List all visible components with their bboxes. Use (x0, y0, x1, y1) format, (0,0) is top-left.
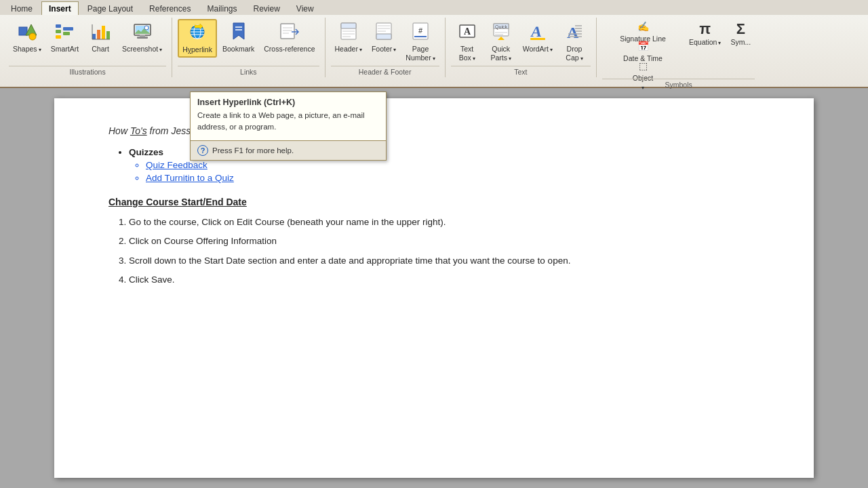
datetime-button[interactable]: 📅 Date & Time (602, 39, 684, 58)
svg-rect-3 (56, 24, 61, 28)
textbox-icon: A (458, 22, 476, 43)
svg-rect-17 (140, 35, 145, 37)
tab-references[interactable]: References (142, 1, 198, 15)
help-icon: ? (197, 145, 208, 156)
svg-rect-4 (56, 30, 61, 33)
ribbon-content: Shapes▾ SmartArt (0, 15, 868, 87)
chart-button[interactable]: Chart (84, 19, 117, 56)
tooltip-help: ? Press F1 for more help. (191, 140, 386, 160)
equation-button[interactable]: π Equation▾ (685, 19, 725, 49)
svg-text:A: A (464, 26, 471, 37)
quizzes-label: Quizzes (129, 147, 163, 157)
steps-list: Go to the course, Click on Edit Course (… (129, 216, 760, 287)
textbox-label: TextBox▾ (459, 45, 475, 62)
smartart-button[interactable]: SmartArt (47, 19, 83, 56)
quickparts-label: QuickParts▾ (490, 45, 511, 62)
object-button[interactable]: ⬚ Object ▾ (602, 58, 684, 77)
signatureline-button[interactable]: ✍ Signature Line ▾ (602, 19, 684, 38)
smartart-icon (55, 22, 74, 43)
add-turnitin-link[interactable]: Add Turnitin to a Quiz (146, 173, 760, 183)
crossreference-label: Cross-reference (264, 45, 315, 54)
group-symbols: ✍ Signature Line ▾ 📅 Date & Time ⬚ Objec… (597, 18, 760, 77)
wordart-icon: A (529, 22, 547, 43)
symbols-buttons: ✍ Signature Line ▾ 📅 Date & Time ⬚ Objec… (602, 18, 755, 77)
document-area: How To's from Jessica's Emails Quizzes Q… (0, 88, 868, 488)
crossreference-button[interactable]: Cross-reference (260, 19, 319, 56)
symbol-label: Sym... (730, 38, 751, 47)
header-footer-group-label: Header & Footer (331, 66, 439, 77)
svg-rect-11 (106, 31, 110, 39)
dropcap-button[interactable]: A DropCap▾ (558, 19, 591, 64)
text-group-label: Text (451, 66, 591, 77)
tab-page-layout[interactable]: Page Layout (80, 1, 140, 15)
illustrations-group-label: Illustrations (9, 66, 166, 77)
svg-text:A: A (530, 23, 542, 40)
screenshot-label: Screenshot▾ (122, 45, 162, 54)
tooltip-title: Insert Hyperlink (Ctrl+K) (191, 92, 386, 110)
bookmark-label: Bookmark (222, 45, 254, 54)
step-2: Click on Course Offering Information (129, 235, 760, 248)
footer-button[interactable]: Footer▾ (368, 19, 400, 56)
pagenumber-icon: # (412, 22, 429, 43)
tooltip: Insert Hyperlink (Ctrl+K) Create a link … (190, 92, 387, 161)
svg-rect-54 (530, 38, 545, 40)
signatureline-icon: ✍ (637, 21, 649, 32)
equation-label: Equation▾ (689, 38, 721, 47)
svg-rect-16 (137, 37, 148, 39)
tooltip-body: Create a link to a Web page, a picture, … (191, 110, 386, 140)
tab-home[interactable]: Home (3, 1, 40, 15)
svg-rect-33 (341, 23, 356, 28)
quiz-feedback-link[interactable]: Quiz Feedback (146, 160, 760, 170)
quickparts-icon: Quick (492, 22, 510, 43)
shapes-label: Shapes▾ (13, 45, 41, 54)
hyperlink-label: Hyperlink (182, 45, 212, 54)
text-buttons: A TextBox▾ Quick (451, 18, 591, 64)
links-group-label: Links (178, 66, 319, 77)
header-footer-buttons: Header▾ Footer▾ (331, 18, 439, 64)
links-buttons: Hyperlink Bookmark (178, 18, 319, 64)
datetime-icon: 📅 (637, 41, 649, 52)
object-icon: ⬚ (639, 60, 648, 71)
dropcap-icon: A (566, 22, 583, 43)
chart-icon (91, 22, 110, 43)
step-4: Click Save. (129, 273, 760, 287)
svg-marker-25 (233, 23, 244, 39)
shapes-button[interactable]: Shapes▾ (9, 19, 45, 56)
svg-text:#: # (418, 26, 422, 35)
document-page: How To's from Jessica's Emails Quizzes Q… (54, 98, 814, 478)
svg-point-2 (29, 33, 36, 40)
quickparts-button[interactable]: Quick QuickParts▾ (485, 19, 517, 64)
chart-label: Chart (92, 45, 109, 54)
wordart-label: WordArt▾ (523, 45, 553, 54)
hyperlink-button[interactable]: Hyperlink (178, 19, 217, 58)
dropcap-label: DropCap▾ (566, 45, 583, 62)
bookmark-button[interactable]: Bookmark (218, 19, 258, 56)
ribbon: Home Insert Page Layout References Maili… (0, 0, 868, 88)
svg-rect-10 (102, 26, 105, 39)
tab-view[interactable]: View (289, 1, 321, 15)
hyperlink-icon (188, 22, 207, 44)
svg-rect-9 (97, 30, 100, 39)
bookmark-icon (229, 22, 248, 43)
tab-review[interactable]: Review (245, 1, 287, 15)
textbox-button[interactable]: A TextBox▾ (451, 19, 484, 64)
symbol-button[interactable]: Σ Sym... (726, 19, 755, 49)
smartart-label: SmartArt (51, 45, 79, 54)
tab-insert[interactable]: Insert (41, 1, 79, 15)
step-1: Go to the course, Click on Edit Course (… (129, 216, 760, 229)
svg-rect-28 (281, 24, 294, 39)
svg-rect-6 (63, 27, 73, 30)
wordart-button[interactable]: A WordArt▾ (519, 19, 557, 56)
screenshot-button[interactable]: Screenshot▾ (118, 19, 166, 56)
tab-mailings[interactable]: Mailings (199, 1, 244, 15)
svg-rect-8 (92, 34, 96, 39)
group-illustrations: Shapes▾ SmartArt (3, 18, 172, 77)
step-3: Scroll down to the Start Date section an… (129, 254, 760, 268)
footer-label: Footer▾ (372, 45, 396, 54)
svg-point-18 (144, 26, 149, 30)
header-button[interactable]: Header▾ (331, 19, 366, 56)
pagenumber-label: PageNumber▾ (406, 45, 435, 62)
pagenumber-button[interactable]: # PageNumber▾ (401, 19, 439, 64)
svg-marker-52 (498, 37, 505, 40)
footer-icon (375, 22, 393, 43)
